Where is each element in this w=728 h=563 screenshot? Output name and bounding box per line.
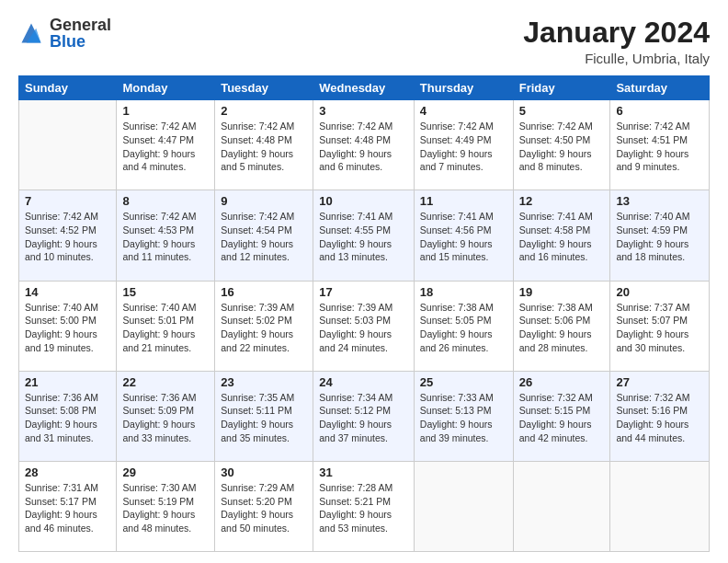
weekday-header: Monday [117,76,215,100]
day-number: 17 [319,285,408,299]
day-number: 2 [221,104,307,118]
day-info: Sunrise: 7:40 AMSunset: 5:01 PMDaylight:… [122,301,209,355]
day-number: 9 [221,194,307,208]
calendar-cell: 15Sunrise: 7:40 AMSunset: 5:01 PMDayligh… [117,281,215,371]
day-number: 20 [616,285,703,299]
calendar-cell: 8Sunrise: 7:42 AMSunset: 4:53 PMDaylight… [117,190,215,281]
calendar-week-row: 28Sunrise: 7:31 AMSunset: 5:17 PMDayligh… [19,461,710,551]
day-info: Sunrise: 7:31 AMSunset: 5:17 PMDaylight:… [25,481,110,535]
calendar-cell: 22Sunrise: 7:36 AMSunset: 5:09 PMDayligh… [117,371,215,461]
day-number: 25 [420,375,507,389]
calendar-cell: 2Sunrise: 7:42 AMSunset: 4:48 PMDaylight… [215,100,313,190]
day-number: 18 [420,285,507,299]
calendar-cell: 23Sunrise: 7:35 AMSunset: 5:11 PMDayligh… [215,371,313,461]
calendar-cell: 31Sunrise: 7:28 AMSunset: 5:21 PMDayligh… [313,461,415,551]
calendar-week-row: 7Sunrise: 7:42 AMSunset: 4:52 PMDaylight… [19,190,710,281]
day-info: Sunrise: 7:32 AMSunset: 5:16 PMDaylight:… [616,391,703,445]
calendar-cell: 14Sunrise: 7:40 AMSunset: 5:00 PMDayligh… [19,281,117,371]
calendar: SundayMondayTuesdayWednesdayThursdayFrid… [18,75,710,552]
calendar-cell: 26Sunrise: 7:32 AMSunset: 5:15 PMDayligh… [513,371,610,461]
day-info: Sunrise: 7:38 AMSunset: 5:05 PMDaylight:… [420,301,507,355]
calendar-cell [610,461,710,551]
day-info: Sunrise: 7:36 AMSunset: 5:08 PMDaylight:… [25,391,110,445]
calendar-cell: 18Sunrise: 7:38 AMSunset: 5:05 PMDayligh… [414,281,513,371]
day-number: 22 [122,375,209,389]
day-number: 19 [519,285,605,299]
day-number: 5 [519,104,605,118]
day-number: 30 [221,465,307,479]
calendar-cell: 9Sunrise: 7:42 AMSunset: 4:54 PMDaylight… [215,190,313,281]
calendar-week-row: 1Sunrise: 7:42 AMSunset: 4:47 PMDaylight… [19,100,710,190]
calendar-cell: 5Sunrise: 7:42 AMSunset: 4:50 PMDaylight… [513,100,610,190]
day-info: Sunrise: 7:42 AMSunset: 4:49 PMDaylight:… [420,120,507,174]
day-number: 16 [221,285,307,299]
day-number: 1 [122,104,209,118]
calendar-week-row: 21Sunrise: 7:36 AMSunset: 5:08 PMDayligh… [19,371,710,461]
day-info: Sunrise: 7:34 AMSunset: 5:12 PMDaylight:… [319,391,408,445]
day-info: Sunrise: 7:41 AMSunset: 4:56 PMDaylight:… [420,210,507,264]
day-number: 31 [319,465,408,479]
day-info: Sunrise: 7:38 AMSunset: 5:06 PMDaylight:… [519,301,605,355]
weekday-header: Friday [513,76,610,100]
header: General Blue January 2024 Ficulle, Umbri… [18,17,710,66]
day-info: Sunrise: 7:42 AMSunset: 4:50 PMDaylight:… [519,120,605,174]
day-info: Sunrise: 7:39 AMSunset: 5:03 PMDaylight:… [319,301,408,355]
day-info: Sunrise: 7:42 AMSunset: 4:51 PMDaylight:… [616,120,703,174]
weekday-header: Tuesday [215,76,313,100]
day-info: Sunrise: 7:42 AMSunset: 4:54 PMDaylight:… [221,210,307,264]
day-number: 12 [519,194,605,208]
calendar-cell [414,461,513,551]
calendar-cell: 7Sunrise: 7:42 AMSunset: 4:52 PMDaylight… [19,190,117,281]
day-number: 11 [420,194,507,208]
day-info: Sunrise: 7:42 AMSunset: 4:48 PMDaylight:… [221,120,307,174]
weekday-header: Wednesday [313,76,415,100]
day-info: Sunrise: 7:32 AMSunset: 5:15 PMDaylight:… [519,391,605,445]
day-number: 7 [25,194,110,208]
logo-icon [18,20,44,46]
day-info: Sunrise: 7:40 AMSunset: 5:00 PMDaylight:… [25,301,110,355]
weekday-header: Saturday [610,76,710,100]
calendar-week-row: 14Sunrise: 7:40 AMSunset: 5:00 PMDayligh… [19,281,710,371]
day-info: Sunrise: 7:28 AMSunset: 5:21 PMDaylight:… [319,481,408,535]
calendar-cell: 1Sunrise: 7:42 AMSunset: 4:47 PMDaylight… [117,100,215,190]
day-info: Sunrise: 7:29 AMSunset: 5:20 PMDaylight:… [221,481,307,535]
weekday-header: Sunday [19,76,117,100]
calendar-cell: 29Sunrise: 7:30 AMSunset: 5:19 PMDayligh… [117,461,215,551]
weekday-header: Thursday [414,76,513,100]
logo-blue: Blue [50,33,111,50]
day-number: 29 [122,465,209,479]
day-number: 23 [221,375,307,389]
page: General Blue January 2024 Ficulle, Umbri… [0,0,728,563]
logo: General Blue [18,17,111,50]
calendar-cell: 30Sunrise: 7:29 AMSunset: 5:20 PMDayligh… [215,461,313,551]
day-number: 8 [122,194,209,208]
day-number: 13 [616,194,703,208]
calendar-cell: 6Sunrise: 7:42 AMSunset: 4:51 PMDaylight… [610,100,710,190]
weekday-header-row: SundayMondayTuesdayWednesdayThursdayFrid… [19,76,710,100]
day-number: 3 [319,104,408,118]
calendar-cell: 24Sunrise: 7:34 AMSunset: 5:12 PMDayligh… [313,371,415,461]
day-info: Sunrise: 7:41 AMSunset: 4:58 PMDaylight:… [519,210,605,264]
calendar-cell: 13Sunrise: 7:40 AMSunset: 4:59 PMDayligh… [610,190,710,281]
day-number: 14 [25,285,110,299]
day-info: Sunrise: 7:36 AMSunset: 5:09 PMDaylight:… [122,391,209,445]
day-number: 10 [319,194,408,208]
calendar-cell: 27Sunrise: 7:32 AMSunset: 5:16 PMDayligh… [610,371,710,461]
day-number: 27 [616,375,703,389]
calendar-cell: 12Sunrise: 7:41 AMSunset: 4:58 PMDayligh… [513,190,610,281]
day-info: Sunrise: 7:35 AMSunset: 5:11 PMDaylight:… [221,391,307,445]
day-info: Sunrise: 7:42 AMSunset: 4:52 PMDaylight:… [25,210,110,264]
day-info: Sunrise: 7:40 AMSunset: 4:59 PMDaylight:… [616,210,703,264]
calendar-cell: 10Sunrise: 7:41 AMSunset: 4:55 PMDayligh… [313,190,415,281]
day-info: Sunrise: 7:37 AMSunset: 5:07 PMDaylight:… [616,301,703,355]
calendar-cell: 11Sunrise: 7:41 AMSunset: 4:56 PMDayligh… [414,190,513,281]
day-info: Sunrise: 7:42 AMSunset: 4:48 PMDaylight:… [319,120,408,174]
calendar-cell: 17Sunrise: 7:39 AMSunset: 5:03 PMDayligh… [313,281,415,371]
calendar-cell: 3Sunrise: 7:42 AMSunset: 4:48 PMDaylight… [313,100,415,190]
calendar-cell: 25Sunrise: 7:33 AMSunset: 5:13 PMDayligh… [414,371,513,461]
logo-general: General [50,17,111,33]
calendar-cell [19,100,117,190]
calendar-cell [513,461,610,551]
day-info: Sunrise: 7:42 AMSunset: 4:53 PMDaylight:… [122,210,209,264]
calendar-cell: 16Sunrise: 7:39 AMSunset: 5:02 PMDayligh… [215,281,313,371]
